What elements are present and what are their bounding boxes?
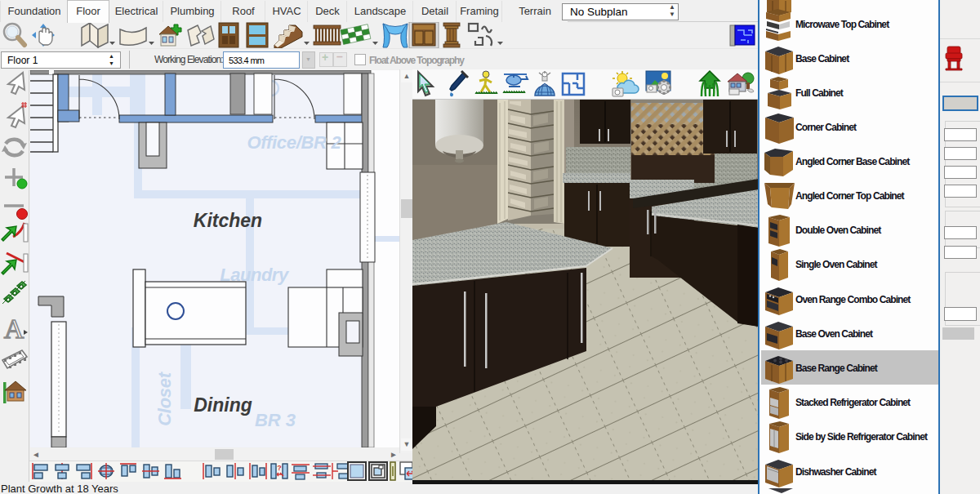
svg-text:BR 3: BR 3 bbox=[255, 410, 296, 430]
svg-text:Kitchen: Kitchen bbox=[194, 210, 262, 231]
svg-text:A: A bbox=[4, 314, 24, 344]
svg-text:Office/BR 2: Office/BR 2 bbox=[247, 132, 342, 153]
svg-text:?: ? bbox=[277, 464, 282, 472]
svg-text:Dining: Dining bbox=[194, 394, 252, 416]
svg-text:Laundry: Laundry bbox=[220, 265, 290, 285]
svg-text:Closet: Closet bbox=[154, 371, 175, 425]
